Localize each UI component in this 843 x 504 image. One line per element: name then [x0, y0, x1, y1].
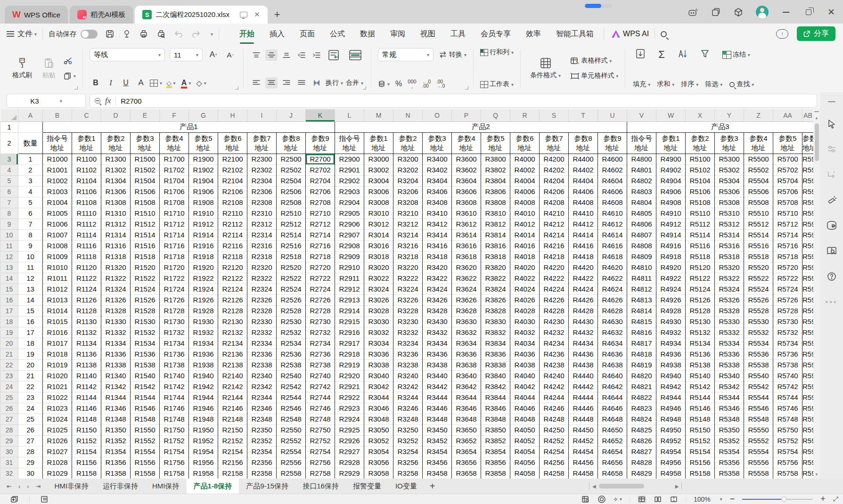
cell-E22[interactable]: R1538: [131, 359, 160, 370]
cell-Q25[interactable]: R3844: [481, 392, 510, 403]
cell-B20[interactable]: R1017: [43, 338, 72, 349]
cell-W15[interactable]: R4924: [656, 284, 686, 294]
cell-AB4[interactable]: R5902: [802, 164, 814, 175]
cell-T9[interactable]: R4412: [569, 219, 598, 229]
cell-X16[interactable]: R5126: [686, 294, 715, 305]
cell-AA14[interactable]: R5722: [773, 273, 802, 284]
cell-B22[interactable]: R1019: [43, 359, 72, 370]
cell-T21[interactable]: R4436: [569, 349, 598, 359]
cell-Y19[interactable]: R5332: [715, 327, 744, 338]
cell-J30[interactable]: R2554: [277, 446, 306, 457]
cell-Z31[interactable]: R5556: [744, 457, 773, 468]
cell-AA13[interactable]: R5720: [773, 262, 802, 273]
cell-AB28[interactable]: R5950: [802, 424, 814, 435]
save-icon[interactable]: [105, 29, 115, 39]
field-header-K[interactable]: 参数9地址: [306, 132, 335, 154]
cell-O3[interactable]: R3400: [423, 154, 452, 164]
column-header-L[interactable]: L: [335, 109, 364, 122]
cell-J32[interactable]: R2558: [277, 468, 306, 479]
cell-O16[interactable]: R3426: [423, 294, 452, 305]
cell-J25[interactable]: R2544: [277, 392, 306, 403]
cell-J6[interactable]: R2506: [277, 186, 306, 197]
cell-V25[interactable]: R4822: [627, 392, 656, 403]
cell-A10[interactable]: 8: [18, 229, 43, 240]
cell-C22[interactable]: R1138: [72, 359, 101, 370]
cell-D12[interactable]: R1318: [101, 251, 131, 262]
cell-O27[interactable]: R3448: [423, 414, 452, 424]
cell-Q23[interactable]: R3840: [481, 370, 510, 381]
borders-icon[interactable]: ▾: [150, 77, 162, 89]
cell-AB25[interactable]: R5944: [802, 392, 814, 403]
cell-L9[interactable]: R2906: [335, 219, 364, 229]
cell-S15[interactable]: R4224: [540, 284, 569, 294]
cell-I12[interactable]: R2318: [247, 251, 277, 262]
cell-D6[interactable]: R1306: [101, 186, 131, 197]
cell-K19[interactable]: R2732: [306, 327, 335, 338]
menu-智能工具箱[interactable]: 智能工具箱: [552, 27, 598, 41]
cell-G7[interactable]: R1908: [189, 197, 218, 208]
column-header-E[interactable]: E: [131, 109, 160, 122]
maximize-window-icon[interactable]: [803, 7, 814, 17]
cell-Z18[interactable]: R5530: [744, 316, 773, 327]
cell-K6[interactable]: R2706: [306, 186, 335, 197]
cell-G23[interactable]: R1940: [189, 370, 218, 381]
cell-C3[interactable]: R1100: [72, 154, 101, 164]
cell-A23[interactable]: 21: [18, 370, 43, 381]
docer-resources-icon[interactable]: [820, 213, 843, 238]
cell-B29[interactable]: R1026: [43, 435, 72, 446]
cell-V13[interactable]: R4810: [627, 262, 656, 273]
column-header-N[interactable]: N: [393, 109, 423, 122]
cell-D27[interactable]: R1348: [101, 414, 131, 424]
cell-E31[interactable]: R1556: [131, 457, 160, 468]
cell-D5[interactable]: R1304: [101, 175, 131, 186]
cell-W29[interactable]: R4952: [656, 435, 686, 446]
cell-N13[interactable]: R3220: [393, 262, 423, 273]
cell-L8[interactable]: R2905: [335, 208, 364, 219]
row-header-4[interactable]: 4: [0, 164, 18, 175]
cell-L30[interactable]: R2927: [335, 446, 364, 457]
cell-AB8[interactable]: R5910: [802, 208, 814, 219]
cell-R9[interactable]: R4012: [510, 219, 540, 229]
cell-Q27[interactable]: R3848: [481, 414, 510, 424]
cell-L23[interactable]: R2920: [335, 370, 364, 381]
cell-N23[interactable]: R3240: [393, 370, 423, 381]
cell-J20[interactable]: R2534: [277, 338, 306, 349]
cell-X20[interactable]: R5134: [686, 338, 715, 349]
cell-E18[interactable]: R1530: [131, 316, 160, 327]
cell-W18[interactable]: R4930: [656, 316, 686, 327]
align-top-icon[interactable]: [250, 49, 262, 61]
cell-M21[interactable]: R3036: [364, 349, 393, 359]
cell-D19[interactable]: R1332: [101, 327, 131, 338]
cell-F9[interactable]: R1712: [160, 219, 189, 229]
cell-G15[interactable]: R1924: [189, 284, 218, 294]
cell-Z29[interactable]: R5552: [744, 435, 773, 446]
cell-E32[interactable]: R1558: [131, 468, 160, 479]
cell-C12[interactable]: R1118: [72, 251, 101, 262]
cell-E29[interactable]: R1552: [131, 435, 160, 446]
clear-format-icon[interactable]: ◇▾: [195, 77, 207, 89]
cell-A6[interactable]: 4: [18, 186, 43, 197]
cell-AA19[interactable]: R5732: [773, 327, 802, 338]
cell-J10[interactable]: R2514: [277, 229, 306, 240]
cell-F17[interactable]: R1728: [160, 305, 189, 316]
column-header-U[interactable]: U: [598, 109, 627, 122]
cell-H15[interactable]: R2124: [218, 284, 247, 294]
cell-E20[interactable]: R1534: [131, 338, 160, 349]
scroll-up-icon[interactable]: ▲: [815, 116, 818, 120]
cell-G20[interactable]: R1934: [189, 338, 218, 349]
cell-T25[interactable]: R4444: [569, 392, 598, 403]
cell-E11[interactable]: R1516: [131, 240, 160, 251]
cell-M22[interactable]: R3038: [364, 359, 393, 370]
cell-L16[interactable]: R2913: [335, 294, 364, 305]
cell-L10[interactable]: R2907: [335, 229, 364, 240]
accessibility-check-icon[interactable]: [40, 496, 49, 503]
cell-L3[interactable]: R2900: [335, 154, 364, 164]
conditional-format-button[interactable]: 条件格式▾: [527, 56, 564, 81]
app-center-icon[interactable]: [733, 7, 744, 17]
cell-W8[interactable]: R4910: [656, 208, 686, 219]
cell-style-button[interactable]: 单元格样式▾: [570, 72, 618, 80]
paste-button[interactable]: 粘贴: [40, 56, 58, 81]
cell-N9[interactable]: R3212: [393, 219, 423, 229]
cell-N26[interactable]: R3246: [393, 403, 423, 414]
cell-I25[interactable]: R2344: [247, 392, 277, 403]
